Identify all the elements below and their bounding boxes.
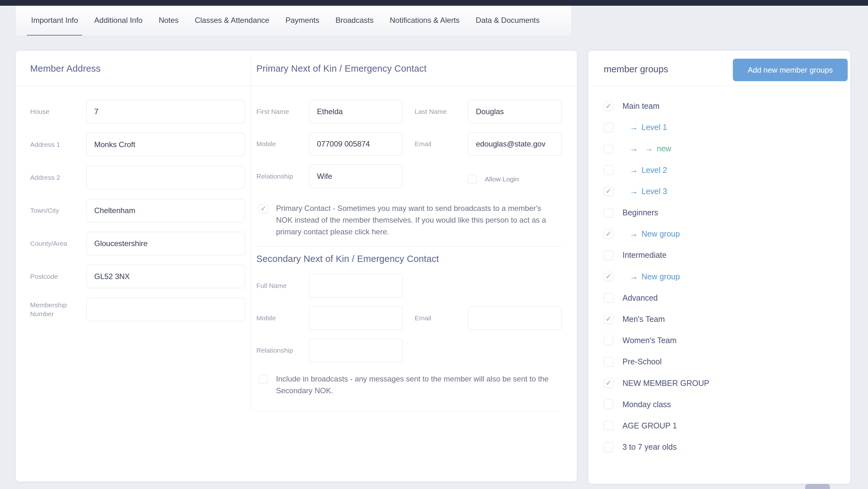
- member-group-label[interactable]: Main team: [622, 101, 659, 111]
- add-new-member-groups-button[interactable]: Add new member groups: [733, 59, 848, 81]
- tab-additional-info[interactable]: Additional Info: [90, 6, 147, 35]
- member-group-checkbox[interactable]: [604, 357, 613, 367]
- field-label: County/Area: [30, 239, 86, 248]
- member-group-label[interactable]: Level 2: [642, 166, 667, 175]
- top-navigation-bar: [0, 0, 868, 6]
- member-group-label[interactable]: Men's Team: [622, 315, 665, 324]
- member-group-checkbox[interactable]: [604, 165, 613, 175]
- member-group-label[interactable]: Level 3: [642, 187, 667, 196]
- membership-number-input[interactable]: [86, 298, 245, 321]
- address-field-row: Postcode: [30, 265, 246, 288]
- member-group-label[interactable]: Women's Team: [622, 336, 677, 345]
- house-input[interactable]: [86, 100, 245, 123]
- tab-label: Classes & Attendance: [195, 16, 269, 25]
- member-group-label[interactable]: 3 to 7 year olds: [622, 443, 677, 452]
- member-group-checkbox[interactable]: [604, 336, 613, 345]
- member-group-checkbox[interactable]: [604, 101, 613, 111]
- primary-email-label: Email: [415, 132, 431, 156]
- primary-relationship-input[interactable]: [309, 165, 403, 188]
- member-group-checkbox[interactable]: [604, 399, 613, 409]
- tab-label: Important Info: [31, 16, 78, 25]
- member-group-label[interactable]: AGE GROUP 1: [622, 421, 677, 430]
- arrow-right-icon: →: [630, 144, 638, 154]
- tab-classes-attendance[interactable]: Classes & Attendance: [191, 6, 274, 35]
- member-address-fields: House Address 1 Address 2 Town/City Coun…: [30, 100, 246, 331]
- arrow-right-icon: →: [630, 187, 638, 196]
- first-name-input[interactable]: [309, 100, 403, 123]
- member-group-item-new-group: → New group: [589, 266, 850, 287]
- tab-label: Notifications & Alerts: [390, 16, 459, 25]
- column-divider: [251, 57, 251, 412]
- member-group-checkbox[interactable]: [604, 187, 613, 196]
- member-group-label[interactable]: Beginners: [622, 208, 658, 217]
- arrow-right-icon: →: [630, 229, 638, 239]
- last-name-label: Last Name: [415, 100, 447, 123]
- address-field-row: House: [30, 100, 246, 123]
- member-group-checkbox[interactable]: [604, 314, 613, 324]
- member-group-item-monday-class: Monday class: [589, 394, 850, 415]
- address-field-row: Town/City: [30, 199, 246, 222]
- groups-header-divider: [589, 86, 850, 86]
- tab-important-info[interactable]: Important Info: [27, 6, 82, 35]
- member-group-label[interactable]: Monday class: [622, 400, 671, 409]
- member-group-label[interactable]: Pre-School: [622, 357, 662, 366]
- primary-email-input[interactable]: [468, 132, 561, 156]
- tab-data-documents[interactable]: Data & Documents: [472, 6, 544, 35]
- field-label: House: [30, 107, 86, 116]
- member-group-item-women-s-team: Women's Team: [589, 330, 850, 351]
- member-group-label[interactable]: Advanced: [622, 293, 658, 302]
- member-group-checkbox[interactable]: [604, 378, 613, 388]
- secondary-mobile-label: Mobile: [256, 306, 276, 330]
- member-group-label[interactable]: NEW MEMBER GROUP: [622, 379, 709, 388]
- town-city-input[interactable]: [86, 199, 245, 222]
- member-group-label[interactable]: Intermediate: [622, 251, 666, 260]
- member-group-checkbox[interactable]: [604, 443, 613, 452]
- section-title-member-address: Member Address: [30, 63, 100, 74]
- member-group-label[interactable]: New group: [642, 272, 680, 281]
- secondary-mobile-input[interactable]: [309, 306, 403, 330]
- floating-button[interactable]: [805, 484, 830, 489]
- tab-notifications-alerts[interactable]: Notifications & Alerts: [385, 6, 464, 35]
- member-group-label[interactable]: Level 1: [642, 123, 667, 132]
- tab-broadcasts[interactable]: Broadcasts: [331, 6, 377, 35]
- member-group-checkbox[interactable]: [604, 144, 613, 154]
- section-title-secondary-nok: Secondary Next of Kin / Emergency Contac…: [256, 254, 439, 264]
- tab-notes[interactable]: Notes: [155, 6, 183, 35]
- member-groups-title: member groups: [604, 64, 668, 74]
- secondary-relationship-input[interactable]: [309, 339, 403, 362]
- member-group-item-level-3: → Level 3: [589, 181, 850, 202]
- member-group-checkbox[interactable]: [604, 123, 613, 132]
- allow-login-label: Allow Login: [485, 175, 519, 184]
- header-divider: [16, 86, 577, 86]
- allow-login-checkbox[interactable]: [468, 175, 477, 184]
- include-broadcasts-checkbox[interactable]: [259, 375, 268, 384]
- secondary-email-input[interactable]: [468, 306, 561, 330]
- tab-payments[interactable]: Payments: [281, 6, 323, 35]
- last-name-input[interactable]: [468, 100, 561, 123]
- address-1-input[interactable]: [86, 133, 245, 156]
- primary-contact-note[interactable]: Primary Contact - Sometimes you may want…: [276, 202, 555, 237]
- member-group-checkbox[interactable]: [604, 229, 613, 239]
- primary-contact-checkbox[interactable]: [259, 204, 268, 213]
- primary-mobile-label: Mobile: [256, 132, 276, 156]
- secondary-relationship-label: Relationship: [256, 339, 293, 362]
- member-group-item-age-group-1: AGE GROUP 1: [589, 415, 850, 436]
- member-groups-list: Main team → Level 1 → → new → Level 2 → …: [589, 95, 850, 458]
- primary-mobile-input[interactable]: [309, 132, 403, 156]
- member-group-label[interactable]: New group: [642, 229, 680, 238]
- member-group-checkbox[interactable]: [604, 421, 613, 430]
- section-title-primary-nok: Primary Next of Kin / Emergency Contact: [256, 63, 426, 74]
- member-group-checkbox[interactable]: [604, 208, 613, 218]
- tab-label: Additional Info: [94, 16, 143, 25]
- county-area-input[interactable]: [86, 232, 245, 255]
- address-2-input[interactable]: [86, 166, 245, 189]
- member-group-label[interactable]: new: [657, 144, 671, 153]
- member-group-checkbox[interactable]: [604, 293, 613, 302]
- include-broadcasts-note[interactable]: Include in broadcasts - any messages sen…: [276, 373, 561, 396]
- address-field-row: County/Area: [30, 232, 246, 255]
- field-label: Address 1: [30, 140, 86, 149]
- full-name-input[interactable]: [309, 274, 403, 297]
- member-group-checkbox[interactable]: [604, 272, 613, 281]
- member-group-checkbox[interactable]: [604, 251, 613, 260]
- postcode-input[interactable]: [86, 265, 245, 288]
